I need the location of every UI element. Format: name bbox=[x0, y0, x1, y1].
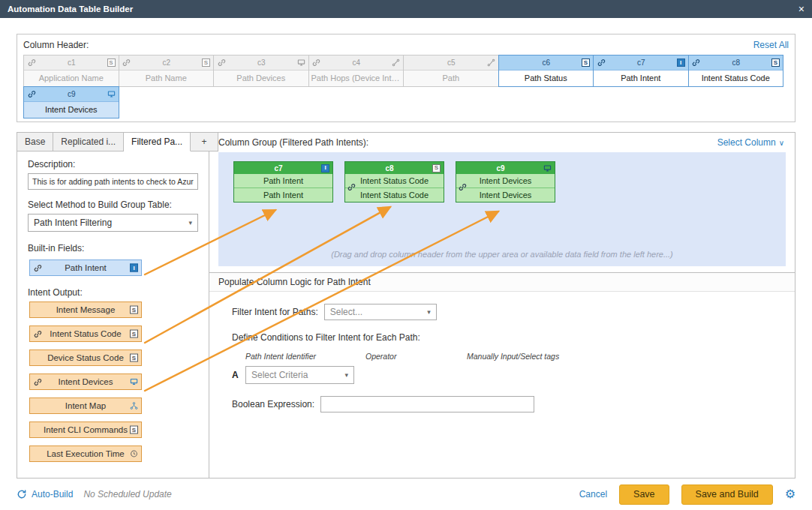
path-type-icon bbox=[487, 58, 495, 67]
right-panel: Column Group (Filtered Path Intents): Se… bbox=[209, 133, 795, 478]
string-type-icon: S bbox=[432, 164, 441, 172]
intent-output-chip-intent-map[interactable]: Intent Map bbox=[29, 398, 142, 414]
intent-output-chip-intent-message[interactable]: Intent Message S bbox=[29, 302, 142, 318]
cancel-button[interactable]: Cancel bbox=[579, 489, 607, 500]
column-chip-c4[interactable]: c4 Path Hops (Device Inter... bbox=[308, 55, 404, 87]
link-icon bbox=[597, 58, 606, 68]
filter-paths-dropdown[interactable]: Select... ▾ bbox=[324, 304, 437, 320]
link-icon bbox=[347, 182, 356, 191]
column-id: c7 bbox=[237, 164, 320, 172]
field-label: Intent Status Code bbox=[50, 329, 121, 338]
group-chips-row: c7 I Path Intent Path Intent c8 S Intent… bbox=[233, 161, 555, 202]
column-chip-c1[interactable]: c1 S Application Name bbox=[23, 55, 119, 87]
group-chip-row: Intent Status Code bbox=[345, 188, 444, 202]
string-type-icon: S bbox=[202, 58, 210, 67]
group-chip-header: c8 S bbox=[345, 162, 444, 174]
method-dropdown[interactable]: Path Intent Filtering ▾ bbox=[28, 214, 198, 232]
group-chip-row: Intent Devices bbox=[456, 174, 555, 188]
col-header-operator: Operator bbox=[365, 352, 467, 361]
builtin-field-path-intent[interactable]: Path Intent I bbox=[29, 260, 142, 276]
column-id: c6 bbox=[513, 58, 581, 67]
description-input[interactable] bbox=[28, 173, 198, 190]
method-label: Select Method to Build Group Table: bbox=[28, 200, 198, 210]
reset-all-link[interactable]: Reset All bbox=[753, 40, 789, 50]
intent-output-chip-intent-status-code[interactable]: Intent Status Code S bbox=[29, 326, 142, 342]
condition-row-a: A Select Criteria ▾ bbox=[232, 366, 772, 384]
column-header-label: Column Header: bbox=[23, 40, 89, 50]
column-name: Intent Devices bbox=[24, 102, 119, 118]
boolean-expression-input[interactable] bbox=[320, 396, 534, 412]
gear-icon[interactable]: ⚙ bbox=[785, 488, 795, 500]
close-icon[interactable]: × bbox=[798, 4, 804, 14]
column-header-toolbar: Column Header: Reset All bbox=[23, 40, 789, 50]
link-icon bbox=[33, 329, 42, 338]
devices-type-icon bbox=[130, 378, 138, 386]
column-chip-c5[interactable]: c5 Path bbox=[403, 55, 499, 87]
col-header-manual-input: Manually Input/Select tags bbox=[467, 352, 559, 361]
tab-replicated[interactable]: Replicated i... bbox=[53, 133, 124, 152]
field-label: Intent Message bbox=[56, 305, 116, 314]
left-panel-content: Description: Select Method to Build Grou… bbox=[17, 152, 209, 478]
column-id: c5 bbox=[417, 58, 486, 67]
column-id: c8 bbox=[702, 58, 771, 67]
column-name: Path Devices bbox=[214, 70, 308, 86]
column-id: c3 bbox=[227, 58, 296, 67]
tab-base[interactable]: Base bbox=[17, 133, 53, 152]
filter-paths-row: Filter Intent for Paths: Select... ▾ bbox=[232, 304, 772, 320]
criteria-dropdown[interactable]: Select Criteria ▾ bbox=[245, 366, 354, 384]
devices-type-icon bbox=[297, 58, 305, 67]
column-chip-c6[interactable]: c6 S Path Status bbox=[498, 55, 594, 87]
column-chip-header: c9 bbox=[24, 87, 119, 102]
column-name: Path bbox=[404, 70, 498, 86]
intent-type-icon: I bbox=[677, 58, 685, 67]
group-column-chip-c8[interactable]: c8 S Intent Status Code Intent Status Co… bbox=[344, 161, 444, 202]
devices-type-icon bbox=[107, 90, 116, 98]
column-chip-header: c6 S bbox=[499, 56, 594, 70]
save-and-build-button[interactable]: Save and Build bbox=[681, 484, 773, 505]
string-type-icon: S bbox=[107, 58, 116, 67]
intent-output-chip-last-execution-time[interactable]: Last Execution Time bbox=[29, 446, 142, 462]
column-chip-c8[interactable]: c8 S Intent Status Code bbox=[688, 55, 784, 87]
column-chips-grid: c1 S Application Name c2 S Path Name c3 bbox=[23, 55, 789, 118]
boolean-expression-row: Boolean Expression: bbox=[232, 396, 772, 412]
link-icon bbox=[33, 377, 42, 386]
intent-output-chip-intent-cli-commands[interactable]: Intent CLI Commands S bbox=[29, 422, 142, 438]
intent-output-label: Intent Output: bbox=[28, 287, 198, 298]
column-id: c9 bbox=[38, 90, 106, 98]
string-type-icon: S bbox=[130, 354, 138, 362]
intent-output-chip-intent-devices[interactable]: Intent Devices bbox=[29, 374, 142, 390]
save-button[interactable]: Save bbox=[619, 484, 669, 505]
field-label: Intent CLI Commands bbox=[44, 425, 128, 434]
group-column-chip-c9[interactable]: c9 Intent Devices Intent Devices bbox=[456, 161, 555, 202]
link-icon bbox=[217, 58, 226, 68]
dialog-footer: Auto-Build No Scheduled Update Cancel Sa… bbox=[0, 478, 812, 510]
intent-output-chip-device-status-code[interactable]: Device Status Code S bbox=[29, 350, 142, 366]
logic-section-body: Filter Intent for Paths: Select... ▾ Def… bbox=[209, 292, 795, 478]
column-id: c1 bbox=[38, 58, 106, 67]
link-icon bbox=[27, 90, 36, 99]
column-chip-c2[interactable]: c2 S Path Name bbox=[119, 55, 215, 87]
column-chip-c9[interactable]: c9 Intent Devices bbox=[23, 86, 119, 118]
column-chip-c3[interactable]: c3 Path Devices bbox=[213, 55, 309, 87]
field-label: Intent Map bbox=[65, 401, 106, 410]
column-chip-header: c8 S bbox=[689, 56, 783, 70]
tab-filtered-paths[interactable]: Filtered Pa... bbox=[124, 133, 191, 152]
column-chip-header: c1 S bbox=[24, 56, 119, 70]
conditions-column-headers: Path Intent Identifier Operator Manually… bbox=[245, 352, 772, 361]
select-column-label: Select Column bbox=[717, 137, 776, 148]
column-drop-area[interactable]: c7 I Path Intent Path Intent c8 S Intent… bbox=[218, 152, 786, 266]
string-type-icon: S bbox=[582, 58, 590, 67]
boolean-expression-label: Boolean Expression: bbox=[232, 399, 314, 410]
column-chip-header: c2 S bbox=[119, 56, 214, 70]
column-chip-c7[interactable]: c7 I Path Intent bbox=[593, 55, 689, 87]
column-name: Path Intent bbox=[594, 70, 688, 86]
select-column-link[interactable]: Select Column∨ bbox=[717, 137, 784, 148]
column-name: Path Hops (Device Inter... bbox=[309, 70, 404, 86]
auto-build-link[interactable]: Auto-Build bbox=[32, 489, 73, 500]
link-icon bbox=[122, 58, 131, 68]
tab-bar: Base Replicated i... Filtered Pa... + bbox=[17, 133, 209, 152]
group-column-chip-c7[interactable]: c7 I Path Intent Path Intent bbox=[233, 161, 333, 202]
group-chip-header: c9 bbox=[456, 162, 555, 174]
footer-left: Auto-Build No Scheduled Update bbox=[17, 489, 172, 500]
dialog-titlebar: Automation Data Table Builder × bbox=[0, 0, 812, 18]
